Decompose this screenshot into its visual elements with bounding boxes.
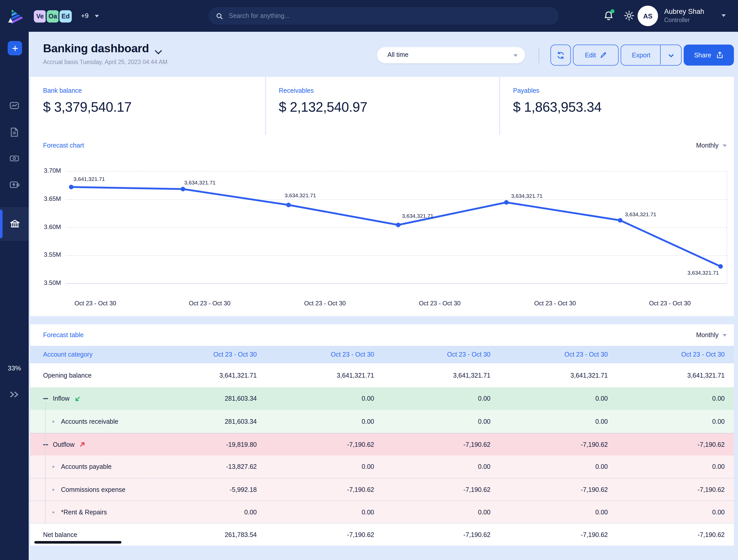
chevron-down-icon[interactable] [668, 52, 675, 59]
notifications-button[interactable] [603, 10, 615, 22]
row-label: Accounts receivable [61, 418, 118, 425]
cell-value: -7,190.62 [698, 531, 725, 538]
column-header-period[interactable]: Oct 23 - Oct 30 [681, 351, 725, 358]
page-title-caret-icon[interactable] [155, 47, 162, 54]
column-header-category: Account category [43, 351, 92, 358]
share-button-label: Share [694, 51, 711, 59]
cell-value: 0.00 [712, 509, 725, 516]
sidebar-item-cash[interactable] [9, 153, 20, 164]
select-caret-icon [513, 54, 517, 57]
sidebar-item-payments-in[interactable] [9, 179, 20, 190]
workspace-tab-ve[interactable]: Ve [33, 9, 47, 24]
row-label: Inflow [53, 395, 69, 402]
column-header-period[interactable]: Oct 23 - Oct 30 [331, 351, 374, 358]
bullet-icon [52, 489, 54, 491]
table-title[interactable]: Forecast table [43, 332, 83, 339]
settings-button[interactable] [623, 10, 636, 22]
cell-value: 0.00 [362, 509, 374, 516]
workspace-tabs: Ve Oa Ed [33, 9, 73, 24]
sidebar-item-banking[interactable] [9, 218, 20, 229]
workspace-tab-oa[interactable]: Oa [46, 9, 60, 24]
cell-value: 3,641,321.71 [219, 372, 257, 379]
point-label: 3,634,321.71 [625, 211, 657, 217]
expand-icon [9, 391, 19, 399]
sidebar: 33% [0, 32, 29, 560]
avatar[interactable]: AS [638, 6, 658, 26]
cell-value: 0.00 [595, 418, 608, 425]
cell-value: 0.00 [595, 395, 608, 402]
search-input[interactable] [228, 12, 551, 20]
time-range-value: All time [387, 51, 408, 58]
app-root: Ve Oa Ed +9 AS Aubrey Shah Co [0, 0, 738, 560]
share-button[interactable]: Share [684, 45, 734, 66]
row-label: Accounts payable [61, 463, 111, 470]
more-tabs-count[interactable]: +9 [81, 12, 89, 19]
cell-value: -7,190.62 [463, 486, 490, 493]
app-logo-icon[interactable] [7, 8, 23, 24]
bullet-icon [52, 511, 54, 513]
cell-value: -19,819.80 [226, 441, 257, 448]
sidebar-item-performance[interactable] [9, 100, 20, 111]
table-period-value: Monthly [696, 332, 719, 339]
sidebar-item-reports[interactable] [9, 126, 20, 138]
refresh-button[interactable] [550, 45, 571, 66]
user-menu-caret-icon[interactable] [722, 14, 726, 17]
x-tick: Oct 23 - Oct 30 [534, 300, 576, 307]
workspace-tab-ed[interactable]: Ed [58, 9, 73, 24]
table-row-rent-repairs: *Rent & Repairs 0.00 0.00 0.00 0.00 0.00 [30, 501, 734, 523]
table-period-select[interactable]: Monthly [696, 332, 719, 339]
edit-button[interactable]: Edit [573, 45, 619, 66]
x-tick: Oct 23 - Oct 30 [649, 300, 691, 307]
horizontal-scrollbar[interactable] [34, 541, 121, 544]
stat-card-label[interactable]: Receivables [279, 87, 314, 94]
x-tick: Oct 23 - Oct 30 [419, 300, 461, 307]
cell-value: 3,641,321.71 [337, 372, 374, 379]
export-button[interactable]: Export [621, 45, 682, 66]
cell-value: 3,641,321.71 [453, 372, 490, 379]
table-row-accounts-payable: Accounts payable -13,827.62 0.00 0.00 0.… [30, 456, 734, 478]
stat-card-value: $ 3,379,540.17 [43, 99, 131, 115]
cell-value: -7,190.62 [698, 486, 725, 493]
cell-value: 261,783.54 [225, 531, 257, 538]
export-button-divider [660, 45, 661, 65]
outflow-arrow-icon [79, 441, 86, 448]
add-button[interactable] [8, 41, 22, 55]
cell-value: 0.00 [595, 463, 608, 470]
column-header-period[interactable]: Oct 23 - Oct 30 [213, 351, 257, 358]
collapse-icon[interactable] [43, 398, 48, 399]
plus-icon [11, 44, 19, 52]
table-row-inflow: Inflow 281,603.34 0.00 0.00 0.00 0.00 [30, 387, 734, 410]
cell-value: -7,190.62 [581, 441, 608, 448]
stat-card-value: $ 2,132,540.97 [279, 99, 367, 115]
column-header-period[interactable]: Oct 23 - Oct 30 [564, 351, 608, 358]
cell-value: 0.00 [712, 463, 725, 470]
refresh-icon [556, 50, 565, 60]
tabs-caret-icon[interactable] [95, 15, 99, 17]
time-range-select[interactable]: All time [377, 47, 525, 63]
table-row-commissions-expense: Commissions expense -5,992.18 -7,190.62 … [30, 478, 734, 501]
cell-value: 281,603.34 [225, 418, 257, 425]
cell-value: -5,992.18 [230, 486, 257, 493]
column-header-period[interactable]: Oct 23 - Oct 30 [447, 351, 490, 358]
row-label-group: Outflow [43, 434, 86, 456]
header-divider [538, 47, 539, 63]
collapse-icon[interactable] [43, 444, 48, 445]
stat-card-bank-balance: Bank balance $ 3,379,540.17 [30, 77, 265, 135]
table-row-outflow: Outflow -19,819.80 -7,190.62 -7,190.62 -… [30, 433, 734, 456]
row-label: Outflow [53, 441, 75, 448]
sidebar-expand-button[interactable] [9, 391, 19, 399]
row-label: *Rent & Repairs [61, 509, 107, 516]
stat-card-label[interactable]: Payables [513, 87, 539, 94]
tree-guide-line [45, 401, 46, 523]
page-title: Banking dashboard [43, 42, 149, 55]
row-label: Net balance [43, 531, 77, 538]
forecast-table-panel: Forecast table Monthly Account category … [30, 324, 734, 546]
stat-card-receivables: Receivables $ 2,132,540.97 [266, 77, 499, 135]
point-label: 3,634,321.71 [688, 269, 719, 275]
point-label: 3,634,321.71 [285, 192, 316, 198]
stat-card-label[interactable]: Bank balance [43, 87, 82, 94]
x-tick: Oct 23 - Oct 30 [304, 300, 346, 307]
point-label: 3,634,321.71 [511, 193, 543, 199]
cell-value: 0.00 [478, 395, 490, 402]
cell-value: -7,190.62 [347, 441, 374, 448]
